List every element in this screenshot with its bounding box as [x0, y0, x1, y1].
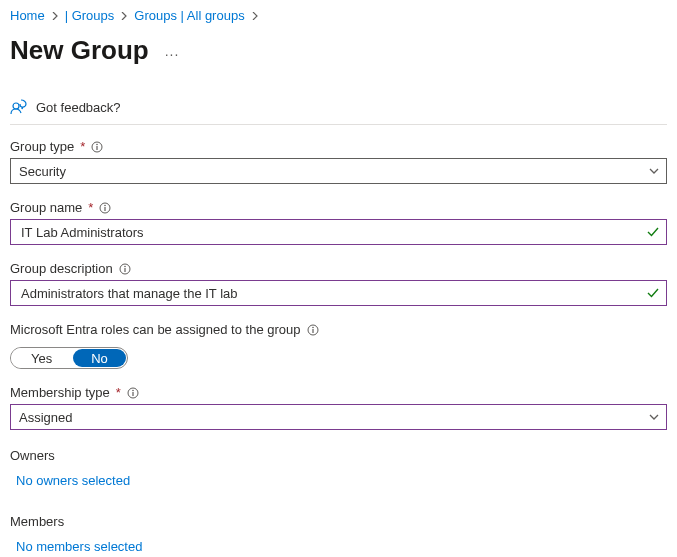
membership-type-value: Assigned — [19, 410, 72, 425]
group-type-select[interactable]: Security — [10, 158, 667, 184]
svg-rect-3 — [97, 146, 98, 150]
chevron-right-icon — [51, 12, 59, 20]
feedback-label: Got feedback? — [36, 100, 121, 115]
info-icon[interactable] — [127, 387, 139, 399]
chevron-right-icon — [120, 12, 128, 20]
entra-roles-toggle[interactable]: Yes No — [10, 347, 128, 369]
group-name-label: Group name — [10, 200, 82, 215]
info-icon[interactable] — [307, 324, 319, 336]
info-icon[interactable] — [99, 202, 111, 214]
svg-rect-15 — [132, 392, 133, 396]
breadcrumb-home[interactable]: Home — [10, 8, 45, 23]
chevron-right-icon — [251, 12, 259, 20]
chevron-down-icon — [648, 411, 660, 423]
owners-label: Owners — [10, 448, 667, 463]
checkmark-icon — [646, 286, 660, 300]
members-label: Members — [10, 514, 667, 529]
breadcrumb: Home | Groups Groups | All groups — [10, 6, 667, 25]
group-type-value: Security — [19, 164, 66, 179]
toggle-option-yes[interactable]: Yes — [11, 348, 72, 368]
info-icon[interactable] — [91, 141, 103, 153]
group-type-label: Group type — [10, 139, 74, 154]
group-name-input[interactable] — [19, 224, 638, 241]
toggle-option-no[interactable]: No — [73, 349, 126, 367]
required-marker: * — [116, 385, 121, 400]
breadcrumb-all-groups[interactable]: Groups | All groups — [134, 8, 244, 23]
group-description-input[interactable] — [19, 285, 638, 302]
svg-rect-9 — [124, 268, 125, 272]
required-marker: * — [80, 139, 85, 154]
divider — [10, 124, 667, 125]
svg-point-8 — [124, 265, 126, 267]
svg-point-11 — [312, 326, 314, 328]
page-title: New Group — [10, 35, 149, 66]
membership-type-label: Membership type — [10, 385, 110, 400]
entra-roles-label: Microsoft Entra roles can be assigned to… — [10, 322, 301, 337]
more-actions-button[interactable]: ··· — [165, 46, 180, 62]
membership-type-select[interactable]: Assigned — [10, 404, 667, 430]
group-name-input-wrap — [10, 219, 667, 245]
svg-point-2 — [97, 143, 99, 145]
info-icon[interactable] — [119, 263, 131, 275]
svg-point-5 — [105, 204, 107, 206]
group-description-label: Group description — [10, 261, 113, 276]
feedback-icon — [10, 98, 28, 116]
svg-rect-6 — [105, 207, 106, 211]
checkmark-icon — [646, 225, 660, 239]
members-link[interactable]: No members selected — [16, 539, 142, 554]
svg-point-14 — [132, 389, 134, 391]
feedback-link[interactable]: Got feedback? — [10, 98, 667, 116]
group-description-input-wrap — [10, 280, 667, 306]
svg-point-0 — [13, 103, 19, 109]
owners-link[interactable]: No owners selected — [16, 473, 130, 488]
svg-rect-12 — [312, 329, 313, 333]
breadcrumb-groups-root[interactable]: | Groups — [65, 8, 115, 23]
chevron-down-icon — [648, 165, 660, 177]
required-marker: * — [88, 200, 93, 215]
